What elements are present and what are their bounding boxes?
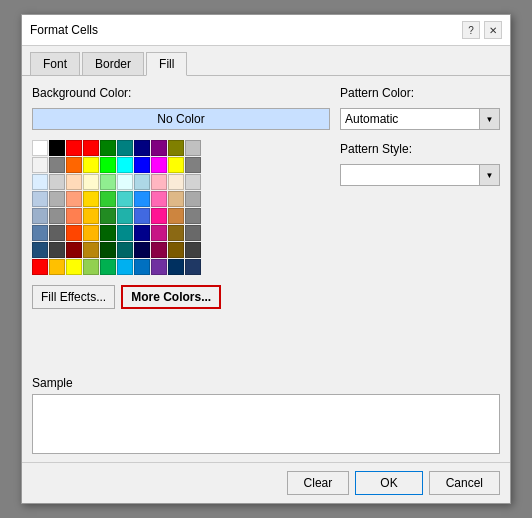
color-cell[interactable] xyxy=(66,174,82,190)
color-cell[interactable] xyxy=(168,191,184,207)
color-cell[interactable] xyxy=(49,140,65,156)
color-cell[interactable] xyxy=(151,140,167,156)
color-cell[interactable] xyxy=(168,225,184,241)
color-cell[interactable] xyxy=(168,174,184,190)
color-cell[interactable] xyxy=(117,242,133,258)
color-cell[interactable] xyxy=(151,208,167,224)
color-cell[interactable] xyxy=(117,259,133,275)
color-cell[interactable] xyxy=(32,191,48,207)
color-cell[interactable] xyxy=(100,208,116,224)
color-cell[interactable] xyxy=(117,157,133,173)
color-cell[interactable] xyxy=(134,157,150,173)
color-cell[interactable] xyxy=(49,191,65,207)
help-button[interactable]: ? xyxy=(462,21,480,39)
color-cell[interactable] xyxy=(100,157,116,173)
color-cell[interactable] xyxy=(151,157,167,173)
color-cell[interactable] xyxy=(83,140,99,156)
sample-section: Sample xyxy=(22,368,510,462)
color-cell[interactable] xyxy=(66,208,82,224)
color-cell[interactable] xyxy=(117,191,133,207)
color-cell[interactable] xyxy=(100,225,116,241)
color-cell[interactable] xyxy=(151,242,167,258)
color-cell[interactable] xyxy=(117,174,133,190)
color-row xyxy=(32,191,330,207)
color-cell[interactable] xyxy=(168,242,184,258)
color-cell[interactable] xyxy=(185,242,201,258)
clear-button[interactable]: Clear xyxy=(287,471,350,495)
fill-effects-button[interactable]: Fill Effects... xyxy=(32,285,115,309)
color-cell[interactable] xyxy=(83,242,99,258)
color-cell[interactable] xyxy=(151,225,167,241)
color-cell[interactable] xyxy=(49,259,65,275)
color-cell[interactable] xyxy=(83,208,99,224)
color-cell[interactable] xyxy=(49,174,65,190)
color-cell[interactable] xyxy=(185,174,201,190)
pattern-color-arrow[interactable]: ▼ xyxy=(479,109,499,129)
color-cell[interactable] xyxy=(134,259,150,275)
color-cell[interactable] xyxy=(100,191,116,207)
pattern-color-select[interactable]: Automatic ▼ xyxy=(340,108,500,130)
color-cell[interactable] xyxy=(32,259,48,275)
main-content: Background Color: No Color Fill Effects.… xyxy=(22,76,510,368)
color-cell[interactable] xyxy=(32,242,48,258)
color-cell[interactable] xyxy=(83,191,99,207)
pattern-style-arrow[interactable]: ▼ xyxy=(479,165,499,185)
color-cell[interactable] xyxy=(100,140,116,156)
color-cell[interactable] xyxy=(117,140,133,156)
sample-box xyxy=(32,394,500,454)
cancel-button[interactable]: Cancel xyxy=(429,471,500,495)
close-button[interactable]: ✕ xyxy=(484,21,502,39)
color-cell[interactable] xyxy=(100,174,116,190)
color-cell[interactable] xyxy=(66,225,82,241)
color-cell[interactable] xyxy=(168,208,184,224)
color-cell[interactable] xyxy=(66,191,82,207)
color-cell[interactable] xyxy=(32,174,48,190)
color-cell[interactable] xyxy=(117,225,133,241)
color-cell[interactable] xyxy=(83,157,99,173)
buttons-row: Fill Effects... More Colors... xyxy=(32,285,330,309)
color-cell[interactable] xyxy=(134,174,150,190)
color-cell[interactable] xyxy=(32,225,48,241)
color-cell[interactable] xyxy=(185,225,201,241)
color-cell[interactable] xyxy=(185,157,201,173)
color-cell[interactable] xyxy=(185,140,201,156)
color-cell[interactable] xyxy=(49,242,65,258)
color-cell[interactable] xyxy=(117,208,133,224)
color-cell[interactable] xyxy=(49,208,65,224)
color-cell[interactable] xyxy=(32,208,48,224)
color-cell[interactable] xyxy=(134,140,150,156)
color-cell[interactable] xyxy=(168,140,184,156)
color-cell[interactable] xyxy=(49,225,65,241)
ok-button[interactable]: OK xyxy=(355,471,422,495)
color-cell[interactable] xyxy=(32,140,48,156)
color-cell[interactable] xyxy=(185,191,201,207)
tab-fill[interactable]: Fill xyxy=(146,52,187,76)
color-cell[interactable] xyxy=(83,259,99,275)
color-cell[interactable] xyxy=(151,191,167,207)
color-cell[interactable] xyxy=(83,225,99,241)
no-color-button[interactable]: No Color xyxy=(32,108,330,130)
color-cell[interactable] xyxy=(185,259,201,275)
color-cell[interactable] xyxy=(66,259,82,275)
tab-border[interactable]: Border xyxy=(82,52,144,75)
color-cell[interactable] xyxy=(83,174,99,190)
color-cell[interactable] xyxy=(32,157,48,173)
color-cell[interactable] xyxy=(151,174,167,190)
color-cell[interactable] xyxy=(134,191,150,207)
color-cell[interactable] xyxy=(66,157,82,173)
color-cell[interactable] xyxy=(134,208,150,224)
tab-font[interactable]: Font xyxy=(30,52,80,75)
more-colors-button[interactable]: More Colors... xyxy=(121,285,221,309)
color-cell[interactable] xyxy=(66,140,82,156)
color-cell[interactable] xyxy=(168,259,184,275)
color-cell[interactable] xyxy=(185,208,201,224)
color-cell[interactable] xyxy=(134,242,150,258)
color-cell[interactable] xyxy=(151,259,167,275)
color-cell[interactable] xyxy=(100,242,116,258)
color-cell[interactable] xyxy=(168,157,184,173)
color-cell[interactable] xyxy=(49,157,65,173)
color-cell[interactable] xyxy=(100,259,116,275)
pattern-style-select[interactable]: ▼ xyxy=(340,164,500,186)
color-cell[interactable] xyxy=(66,242,82,258)
color-cell[interactable] xyxy=(134,225,150,241)
